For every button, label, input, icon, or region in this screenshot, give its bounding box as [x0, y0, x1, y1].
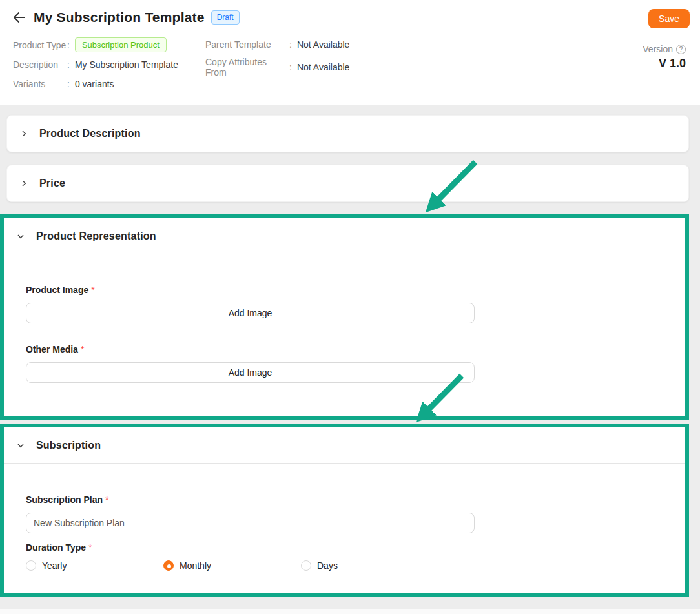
radio-label: Monthly: [180, 560, 211, 571]
radio-circle-selected-icon[interactable]: [163, 560, 174, 571]
required-asterisk: *: [88, 542, 92, 553]
colon: :: [289, 39, 292, 50]
product-type-label: Product Type: [13, 40, 67, 50]
copy-attributes-label: Copy Attributes From: [205, 57, 289, 77]
question-circle-icon[interactable]: ?: [676, 45, 686, 54]
parent-template-value: Not Available: [297, 39, 349, 50]
radio-circle-icon[interactable]: [301, 560, 311, 571]
chevron-right-icon: [20, 179, 28, 187]
other-media-label: Other Media*: [26, 344, 685, 354]
arrow-left-icon: [12, 10, 26, 25]
radio-label: Yearly: [42, 560, 67, 571]
copy-attributes-value: Not Available: [297, 62, 349, 72]
product-image-label: Product Image*: [26, 285, 685, 295]
product-type-badge: Subscription Product: [75, 37, 167, 52]
subscription-body: Subscription Plan* Duration Type* Yearly…: [4, 464, 685, 593]
chevron-down-icon: [17, 442, 25, 449]
variants-label: Variants: [13, 79, 67, 89]
parent-template-row: Parent Template : Not Available: [205, 37, 418, 52]
accordion-list: Product Description Price Product Repres…: [0, 105, 700, 597]
section-price-header[interactable]: Price: [7, 165, 688, 201]
section-title: Price: [39, 178, 65, 189]
version-box: Version ? V 1.0: [643, 44, 686, 70]
radio-monthly[interactable]: Monthly: [163, 560, 301, 571]
colon: :: [67, 79, 70, 89]
description-row: Description : My Subscription Template: [13, 57, 205, 72]
template-meta: Product Type : Subscription Product Desc…: [10, 37, 690, 96]
colon: :: [289, 62, 292, 72]
required-asterisk: *: [105, 495, 108, 505]
product-image-add-button[interactable]: Add Image: [26, 303, 475, 323]
highlight-box-product-representation: Product Representation Product Image* Ad…: [0, 214, 689, 420]
save-button[interactable]: Save: [648, 9, 690, 28]
parent-template-label: Parent Template: [205, 39, 289, 50]
product-representation-body: Product Image* Add Image Other Media* Ad…: [4, 254, 685, 416]
section-price: Price: [6, 165, 689, 202]
colon: :: [67, 59, 70, 70]
subscription-plan-label: Subscription Plan*: [26, 495, 685, 505]
other-media-add-button[interactable]: Add Image: [26, 362, 475, 383]
description-label: Description: [13, 59, 67, 70]
meta-column-left: Product Type : Subscription Product Desc…: [10, 37, 205, 96]
version-value: V 1.0: [643, 57, 686, 70]
product-type-row: Product Type : Subscription Product: [13, 37, 205, 52]
section-title: Subscription: [36, 440, 101, 451]
section-product-representation-header[interactable]: Product Representation: [4, 218, 685, 254]
status-badge: Draft: [211, 10, 240, 25]
title-row: My Subscription Template Draft: [10, 9, 690, 26]
description-value: My Subscription Template: [75, 59, 178, 70]
bottom-strip: [0, 609, 700, 614]
chevron-down-icon: [17, 232, 25, 240]
variants-row: Variants : 0 variants: [13, 77, 205, 91]
version-label: Version: [643, 44, 673, 54]
section-subscription-header[interactable]: Subscription: [4, 427, 685, 464]
page-title: My Subscription Template: [34, 10, 205, 25]
chevron-right-icon: [20, 130, 28, 138]
duration-type-label: Duration Type*: [26, 542, 685, 553]
duration-type-radio-group: Yearly Monthly Days: [26, 560, 685, 571]
section-title: Product Description: [39, 128, 141, 139]
required-asterisk: *: [81, 344, 84, 354]
highlight-box-subscription: Subscription Subscription Plan* Duration…: [0, 424, 689, 597]
radio-label: Days: [317, 560, 338, 571]
back-button[interactable]: [10, 9, 27, 26]
section-title: Product Representation: [36, 230, 156, 242]
copy-attributes-row: Copy Attributes From : Not Available: [205, 57, 418, 77]
radio-circle-icon[interactable]: [26, 560, 36, 571]
subscription-template-page: My Subscription Template Draft Save Prod…: [0, 0, 700, 614]
page-header: My Subscription Template Draft Save Prod…: [0, 0, 700, 105]
section-product-description-header[interactable]: Product Description: [7, 116, 688, 152]
section-product-description: Product Description: [6, 115, 689, 152]
meta-column-middle: Parent Template : Not Available Copy Att…: [205, 37, 418, 96]
radio-days[interactable]: Days: [301, 560, 338, 571]
colon: :: [67, 40, 70, 50]
variants-value: 0 variants: [75, 79, 114, 89]
subscription-plan-input[interactable]: [26, 513, 475, 533]
required-asterisk: *: [91, 285, 94, 295]
radio-yearly[interactable]: Yearly: [26, 560, 163, 571]
